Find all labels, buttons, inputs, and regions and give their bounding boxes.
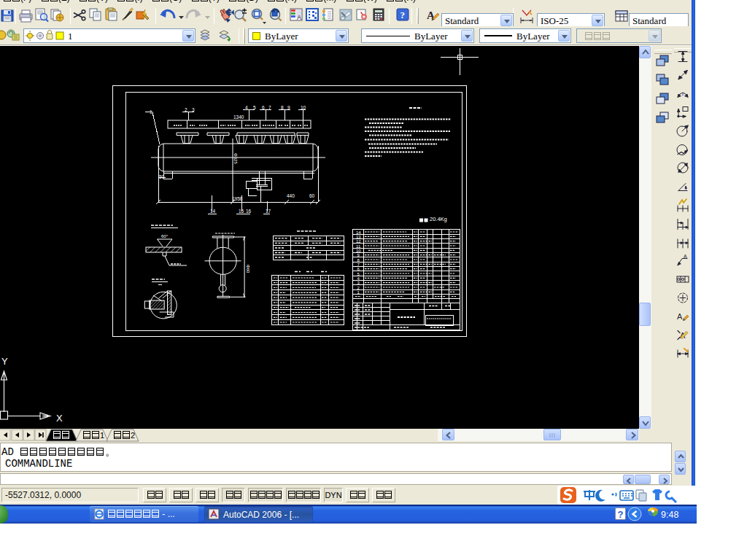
svg-text:60: 60 <box>309 193 315 198</box>
svg-text:2: 2 <box>357 286 360 290</box>
svg-text:A: A <box>684 254 687 259</box>
svg-text:20.4Kg: 20.4Kg <box>430 216 447 222</box>
svg-text:7: 7 <box>357 262 360 267</box>
svg-text:4: 4 <box>357 276 360 281</box>
svg-text:A: A <box>297 14 301 21</box>
svg-text:60°: 60° <box>161 234 169 238</box>
svg-text:5: 5 <box>357 272 360 276</box>
svg-text:14: 14 <box>356 230 361 235</box>
svg-text:?: ? <box>400 9 405 20</box>
svg-text:10: 10 <box>356 249 361 253</box>
svg-text:12: 12 <box>356 239 361 244</box>
svg-text:8: 8 <box>357 258 360 262</box>
svg-text:440: 440 <box>287 193 295 198</box>
svg-text:6: 6 <box>357 267 360 271</box>
svg-text:16: 16 <box>246 209 252 214</box>
svg-text:Φ60: Φ60 <box>246 265 250 273</box>
svg-text:1: 1 <box>357 290 360 295</box>
svg-text:9: 9 <box>357 253 360 257</box>
svg-text:A: A <box>677 312 683 321</box>
svg-text:11: 11 <box>356 244 361 249</box>
svg-text:X: X <box>56 413 63 424</box>
svg-text:Φ325: Φ325 <box>233 153 238 164</box>
svg-text:13: 13 <box>356 235 361 239</box>
svg-text:14: 14 <box>210 209 216 214</box>
svg-text:Y: Y <box>1 356 8 367</box>
svg-text:17: 17 <box>266 209 271 214</box>
svg-text:1340: 1340 <box>233 114 244 120</box>
svg-text:3: 3 <box>357 281 360 285</box>
